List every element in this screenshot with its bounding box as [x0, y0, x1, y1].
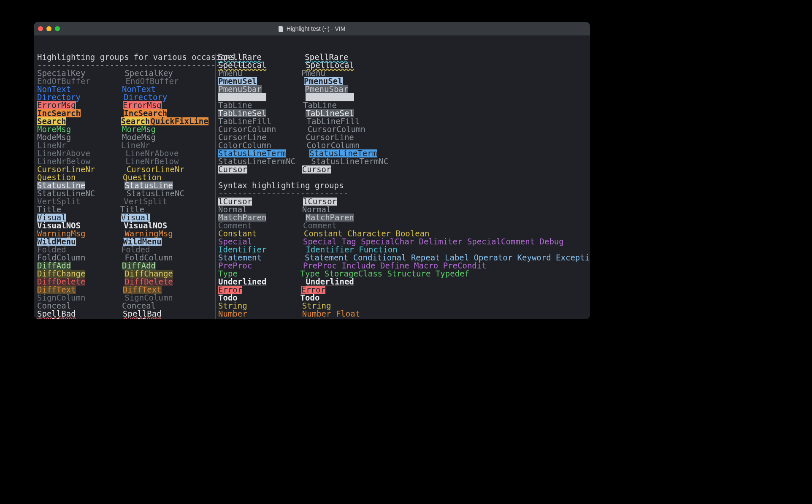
hl-number: Number — [302, 310, 331, 318]
hl-typedef-extra3: Typedef — [430, 270, 469, 278]
hl-structure-extra2: Structure — [382, 270, 430, 278]
hl-spellcap: SpellCap — [37, 318, 76, 319]
hl-quickfixline: QuickFixLine — [150, 117, 208, 125]
hl-spellcap-dup: SpellCap — [123, 318, 162, 319]
window-title: Highlight test (~) - VIM — [34, 22, 590, 35]
hl-keyword-extra5: Keyword — [512, 254, 551, 262]
vertical-split-char: | — [213, 318, 218, 319]
hl-float-extra1: Float — [331, 310, 360, 318]
end-of-buffer-tilde: ~ — [218, 318, 223, 319]
right-columns: SpellRareSpellRareSpellLocalSpellLocalPm… — [218, 53, 590, 319]
hl-debug-extra5: Debug — [535, 238, 564, 246]
terminal-window: Highlight test (~) - VIM Highlighting gr… — [34, 22, 590, 319]
hl-cursor: Cursor — [218, 165, 247, 173]
vertical-split: |||||||||||||||||||||||||||||||||| — [213, 53, 218, 319]
hl-delimiter-extra3: Delimiter — [414, 238, 462, 246]
hl-exception-extra6: Exception — [551, 254, 590, 262]
window-title-text: Highlight test (~) - VIM — [287, 22, 346, 35]
hl-specialcomment-extra4: SpecialComment — [462, 238, 535, 246]
left-columns: Highlighting groups for various occasion… — [37, 53, 213, 319]
document-icon — [279, 26, 284, 32]
terminal-content[interactable]: Highlighting groups for various occasion… — [34, 35, 590, 319]
titlebar: Highlight test (~) - VIM — [34, 22, 590, 35]
hl-cursor: Cursor — [302, 165, 331, 173]
